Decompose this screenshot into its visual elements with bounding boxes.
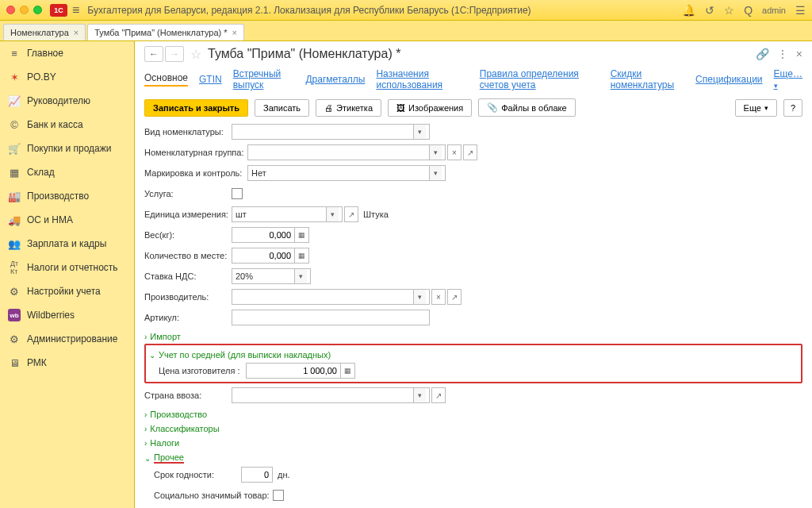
nav-admin[interactable]: ⚙Администрирование bbox=[0, 327, 134, 351]
chevron-down-icon[interactable]: ▾ bbox=[429, 166, 442, 180]
form-body: Вид номенклатуры: ▾ Номенклатурная групп… bbox=[135, 121, 812, 508]
nav-label: Зарплата и кадры bbox=[27, 238, 106, 249]
open-ref-button[interactable]: ↗ bbox=[463, 144, 477, 160]
settings-icon[interactable]: ☰ bbox=[795, 4, 806, 17]
close-tab-icon[interactable]: × bbox=[74, 28, 79, 37]
close-tab-icon[interactable]: × bbox=[232, 28, 237, 37]
help-button[interactable]: ? bbox=[783, 99, 802, 117]
doctab-label: Номенклатура bbox=[10, 28, 69, 37]
nav-wildberries[interactable]: wbWildberries bbox=[0, 303, 134, 327]
chevron-down-icon[interactable]: ▾ bbox=[413, 125, 426, 139]
nav-main[interactable]: ≡Главное bbox=[0, 41, 134, 65]
favorite-star-icon[interactable]: ☆ bbox=[190, 47, 201, 62]
close-page-icon[interactable]: × bbox=[796, 48, 802, 60]
nav-taxes[interactable]: ДтКтНалоги и отчетность bbox=[0, 256, 134, 279]
manufacturer-select[interactable]: ▾ bbox=[232, 289, 430, 305]
user-label[interactable]: admin bbox=[762, 6, 786, 15]
maker-price-input[interactable] bbox=[246, 363, 341, 379]
hamburger-menu-icon[interactable]: ≡ bbox=[72, 3, 79, 17]
marking-select[interactable]: Нет▾ bbox=[247, 165, 446, 181]
open-ref-button[interactable]: ↗ bbox=[344, 206, 358, 222]
subtab-discounts[interactable]: Скидки номенклатуры bbox=[611, 68, 684, 90]
star-icon[interactable]: ☆ bbox=[724, 4, 734, 17]
nav-sales[interactable]: 🛒Покупки и продажи bbox=[0, 137, 134, 160]
chevron-down-icon[interactable]: ▾ bbox=[413, 290, 426, 304]
history-icon[interactable]: ↺ bbox=[705, 4, 714, 17]
bell-icon[interactable]: 🔔 bbox=[682, 4, 695, 17]
chevron-down-icon[interactable]: ▾ bbox=[294, 269, 307, 283]
maximize-window-icon[interactable] bbox=[33, 6, 42, 14]
calculator-icon[interactable]: ▦ bbox=[295, 248, 309, 264]
open-ref-button[interactable]: ↗ bbox=[447, 289, 462, 305]
subtab-specs[interactable]: Спецификации bbox=[695, 74, 762, 85]
group-import[interactable]: Импорт bbox=[144, 329, 802, 344]
close-window-icon[interactable] bbox=[6, 6, 15, 14]
chevron-down-icon[interactable]: ▾ bbox=[413, 388, 426, 402]
group-label: Импорт bbox=[150, 332, 180, 341]
group-select[interactable]: ▾ bbox=[247, 144, 446, 160]
chevron-down-icon[interactable]: ▾ bbox=[326, 207, 339, 221]
calculator-icon[interactable]: ▦ bbox=[295, 227, 309, 243]
clear-button[interactable]: × bbox=[431, 289, 446, 305]
country-select[interactable]: ▾ bbox=[232, 387, 430, 403]
star-burst-icon: ✶ bbox=[8, 71, 21, 83]
window-traffic-lights bbox=[6, 6, 42, 14]
search-icon[interactable]: Q bbox=[744, 4, 753, 17]
more-actions-button[interactable]: Еще bbox=[735, 99, 777, 117]
group-average[interactable]: Учет по средней (для выписки накладных) bbox=[149, 348, 798, 362]
group-taxes[interactable]: Налоги bbox=[144, 436, 802, 450]
service-checkbox[interactable] bbox=[232, 188, 243, 199]
subtab-counter[interactable]: Встречный выпуск bbox=[233, 68, 295, 90]
label-sku: Артикул: bbox=[144, 313, 232, 322]
shelf-input[interactable] bbox=[241, 467, 273, 483]
calculator-icon[interactable]: ▦ bbox=[341, 363, 355, 379]
sku-input[interactable] bbox=[232, 310, 430, 325]
nav-bank[interactable]: ©Банк и касса bbox=[0, 113, 134, 137]
images-button[interactable]: 🖼Изображения bbox=[388, 99, 472, 117]
form-toolbar: Записать и закрыть Записать 🖨Этикетка 🖼И… bbox=[135, 94, 812, 121]
nav-rmk[interactable]: 🖥РМК bbox=[0, 351, 134, 375]
nav-manager[interactable]: 📈Руководителю bbox=[0, 89, 134, 113]
save-button[interactable]: Записать bbox=[255, 99, 309, 117]
cloud-files-button[interactable]: 📎Файлы в облаке bbox=[478, 98, 575, 117]
nav-hr[interactable]: 👥Зарплата и кадры bbox=[0, 232, 134, 256]
nav-poby[interactable]: ✶PO.BY bbox=[0, 65, 134, 89]
subtab-metals[interactable]: Драгметаллы bbox=[305, 74, 365, 85]
group-other[interactable]: Прочее bbox=[144, 450, 802, 466]
nav-back-button[interactable]: ← bbox=[144, 46, 163, 62]
btn-text: Изображения bbox=[408, 103, 463, 113]
subtab-usage[interactable]: Назначения использования bbox=[376, 68, 468, 90]
doctab-tumba-prima[interactable]: Тумба "Прима" (Номенклатура) * × bbox=[87, 24, 244, 40]
vat-select[interactable]: 20%▾ bbox=[232, 268, 311, 284]
open-ref-button[interactable]: ↗ bbox=[431, 387, 446, 403]
group-classifiers[interactable]: Классификаторы bbox=[144, 421, 802, 436]
subtab-gtin[interactable]: GTIN bbox=[199, 74, 222, 85]
social-checkbox[interactable] bbox=[273, 490, 284, 501]
nav-forward-button[interactable]: → bbox=[165, 46, 184, 62]
clear-button[interactable]: × bbox=[447, 144, 462, 160]
gear-icon: ⚙ bbox=[8, 285, 21, 298]
unit-select[interactable]: шт▾ bbox=[232, 206, 343, 222]
wrench-icon: ⚙ bbox=[8, 333, 21, 345]
save-and-close-button[interactable]: Записать и закрыть bbox=[144, 99, 248, 117]
chevron-right-icon bbox=[144, 425, 147, 433]
weight-input[interactable] bbox=[232, 227, 295, 243]
subtab-accounts[interactable]: Правила определения счетов учета bbox=[480, 68, 599, 90]
nav-stock[interactable]: ▦Склад bbox=[0, 160, 134, 184]
nav-settings[interactable]: ⚙Настройки учета bbox=[0, 279, 134, 303]
minimize-window-icon[interactable] bbox=[20, 6, 29, 14]
subtab-more[interactable]: Еще… bbox=[774, 68, 802, 90]
nav-label: Банк и касса bbox=[27, 119, 83, 130]
nav-assets[interactable]: 🚚ОС и НМА bbox=[0, 208, 134, 232]
subtab-main[interactable]: Основное bbox=[144, 72, 188, 87]
more-vert-icon[interactable]: ⋮ bbox=[777, 48, 788, 60]
group-production[interactable]: Производство bbox=[144, 407, 802, 421]
chevron-down-icon[interactable]: ▾ bbox=[429, 145, 442, 160]
doctab-nomenclature[interactable]: Номенклатура × bbox=[3, 24, 86, 40]
kind-select[interactable]: ▾ bbox=[232, 124, 430, 140]
qty-input[interactable] bbox=[232, 248, 295, 264]
unit-value: шт bbox=[232, 210, 247, 219]
print-label-button[interactable]: 🖨Этикетка bbox=[316, 99, 381, 117]
nav-production[interactable]: 🏭Производство bbox=[0, 184, 134, 208]
link-icon[interactable]: 🔗 bbox=[756, 48, 769, 60]
